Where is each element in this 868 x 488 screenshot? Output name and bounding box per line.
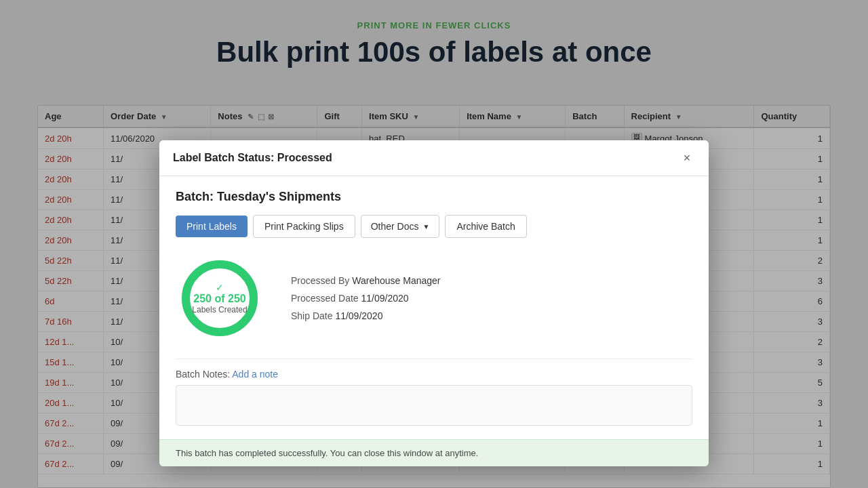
other-docs-label: Other Docs bbox=[371, 221, 419, 232]
modal-header: Label Batch Status: Processed × bbox=[159, 140, 709, 176]
ship-date-value: 11/09/2020 bbox=[335, 310, 382, 321]
processed-by-row: Processed By Warehouse Manager bbox=[291, 275, 440, 286]
donut-chart: ✓ 250 of 250 Labels Created bbox=[176, 254, 264, 342]
other-docs-button[interactable]: Other Docs ▼ bbox=[361, 215, 440, 238]
processed-by-label: Processed By bbox=[291, 275, 352, 286]
processed-date-label: Processed Date bbox=[291, 293, 361, 304]
donut-label: ✓ 250 of 250 Labels Created bbox=[192, 282, 247, 314]
action-buttons-row: Print Labels Print Packing Slips Other D… bbox=[176, 215, 692, 238]
ship-date-label: Ship Date bbox=[291, 310, 335, 321]
ship-date-row: Ship Date 11/09/2020 bbox=[291, 310, 440, 321]
batch-notes-section: Batch Notes: Add a note bbox=[176, 369, 692, 380]
print-labels-button[interactable]: Print Labels bbox=[176, 216, 248, 237]
processed-date-row: Processed Date 11/09/2020 bbox=[291, 293, 440, 304]
section-divider bbox=[176, 359, 692, 359]
modal-footer: This batch has completed successfully. Y… bbox=[159, 439, 709, 466]
processed-by-value: Warehouse Manager bbox=[352, 275, 440, 286]
notes-area[interactable] bbox=[176, 385, 692, 426]
donut-sublabel: Labels Created bbox=[192, 305, 247, 314]
batch-info-fields: Processed By Warehouse Manager Processed… bbox=[291, 275, 440, 321]
footer-message: This batch has completed successfully. Y… bbox=[176, 448, 478, 458]
modal-close-button[interactable]: × bbox=[679, 150, 695, 166]
batch-name: Batch: Tuesday's Shipments bbox=[176, 190, 692, 204]
add-note-link[interactable]: Add a note bbox=[232, 369, 278, 380]
donut-count: 250 of 250 bbox=[192, 293, 247, 305]
modal-title: Label Batch Status: Processed bbox=[173, 152, 332, 164]
label-batch-modal: Label Batch Status: Processed × Batch: T… bbox=[159, 140, 709, 466]
processed-date-value: 11/09/2020 bbox=[361, 293, 409, 304]
batch-notes-label: Batch Notes: bbox=[176, 369, 230, 380]
print-packing-slips-button[interactable]: Print Packing Slips bbox=[253, 215, 355, 238]
modal-body: Batch: Tuesday's Shipments Print Labels … bbox=[159, 176, 709, 439]
other-docs-chevron-icon: ▼ bbox=[422, 223, 429, 230]
donut-check-icon: ✓ bbox=[192, 282, 247, 293]
progress-section: ✓ 250 of 250 Labels Created Processed By… bbox=[176, 254, 692, 342]
archive-batch-button[interactable]: Archive Batch bbox=[445, 215, 526, 238]
